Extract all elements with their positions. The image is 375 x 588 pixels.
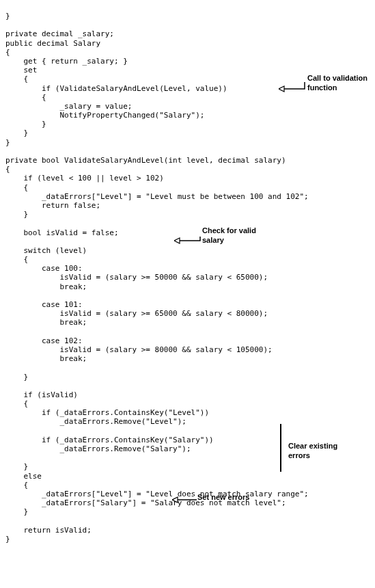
- code-listing: } private decimal _salary; public decima…: [0, 8, 375, 544]
